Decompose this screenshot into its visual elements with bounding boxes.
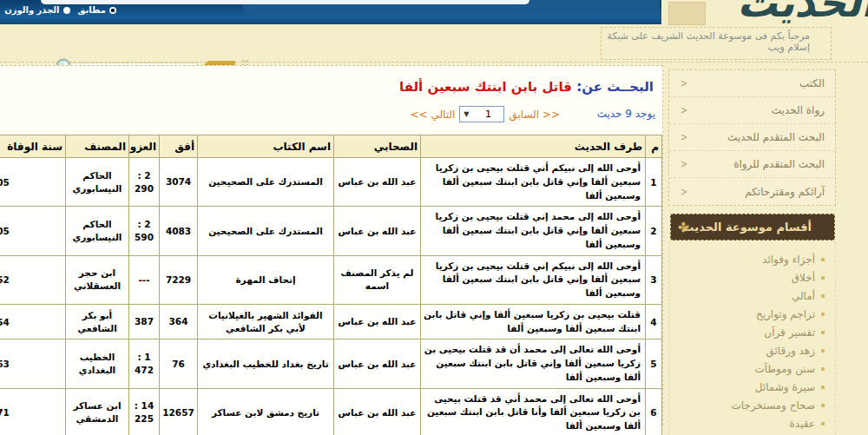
category-label: تراجم وتواريخ <box>756 308 815 320</box>
page-select[interactable]: 1 ▼ <box>459 106 504 122</box>
bullet-icon <box>821 422 825 425</box>
bullet-icon <box>821 258 825 261</box>
chevron-left-icon: < <box>681 77 687 89</box>
welcome-text: مرحباً بكم فى موسوعة الحديث الشريف على ش… <box>602 30 810 53</box>
radio-icon[interactable] <box>63 7 70 14</box>
cell-death-year: 354 <box>0 304 66 339</box>
category-label: أمالي <box>792 290 815 302</box>
cell-ofoq: 7229 <box>160 255 198 304</box>
sidebar-item-label: آرائكم ومقترحاتكم <box>745 186 825 198</box>
bullet-icon <box>821 349 825 353</box>
cell-hadith-text[interactable]: أوحى الله إلى نبيكم إني قتلت بيحيى بن زك… <box>421 255 646 304</box>
category-item-sira[interactable]: سيرة وشمائل <box>669 378 835 396</box>
search-for-label: البحــث عن: <box>576 79 654 95</box>
sidebar-item-narrators[interactable]: رواة الحديث < <box>669 97 835 124</box>
cell-hadith-text[interactable]: أوحى الله تعالى إلى محمد أني قد قتلت بيح… <box>421 388 646 435</box>
cell-ofoq: 4083 <box>160 207 198 255</box>
cell-author: الخطيب البغدادي <box>66 339 129 388</box>
table-row: 2 أوحى الله إلى محمد إني قتلت بيحيى بن ز… <box>0 207 662 255</box>
cell-author: الحاكم النيسابوري <box>66 158 129 207</box>
sidebar-item-advanced-narrator-search[interactable]: البحث المتقدم للرواة < <box>669 151 835 178</box>
cell-death-year: 463 <box>0 339 66 388</box>
pagination: << السابق 1 ▼ التالي >> <box>411 106 560 122</box>
category-item-ajza[interactable]: أجزاء وفوائد <box>669 250 835 268</box>
cell-author: ابن عساكر الدمشقي <box>66 388 129 435</box>
sidebar-item-advanced-hadith-search[interactable]: البحث المتقدم للحديث < <box>669 124 835 151</box>
sections-header-title: أقسام موسوعة الحديث <box>683 221 812 234</box>
category-label: عقيدة <box>790 418 815 430</box>
category-item-aqida[interactable]: عقيدة <box>669 414 835 432</box>
chevron-left-icon: < <box>681 131 687 143</box>
page-select-value: 1 <box>472 109 503 120</box>
cell-hadith-text[interactable]: أوحى الله إلى محمد إني قتلت بيحيى بن زكر… <box>421 207 646 255</box>
sidebar-item-label: البحث المتقدم للحديث <box>727 131 825 143</box>
next-page-link[interactable]: التالي >> <box>411 109 456 121</box>
category-item-tarajim[interactable]: تراجم وتواريخ <box>669 305 835 323</box>
col-header-hadith: طرف الحديث <box>421 135 646 158</box>
bullet-icon <box>821 276 825 280</box>
option-root-weight-label: الجذر والوزن <box>4 5 59 15</box>
sections-header: أقسام موسوعة الحديث ✤ <box>670 214 835 241</box>
col-header-companion: الصحابي <box>334 135 421 158</box>
cell-attribution: 1 :472 <box>129 339 160 388</box>
category-item-sunan[interactable]: سنن وموطآت <box>669 359 835 378</box>
cell-hadith-text[interactable]: أوحى الله إلى نبيكم أني قتلت بيحيى بن زك… <box>421 158 646 207</box>
cell-book-name: تاريخ بغداد للخطيب البغدادي <box>198 339 334 388</box>
cell-companion: عبد الله بن عباس <box>334 388 421 435</box>
table-header-row: م طرف الحديث الصحابي اسم الكتاب أفق العز… <box>0 135 662 158</box>
category-item-zuhd[interactable]: زهد ورقائق <box>669 341 835 359</box>
dropdown-arrow-icon: ▼ <box>460 110 472 118</box>
cell-book-name: إتحاف المهرة <box>198 255 334 304</box>
bullet-icon <box>821 386 825 389</box>
cell-attribution: --- <box>129 255 160 304</box>
sidebar-item-books[interactable]: الكتب < <box>669 70 835 97</box>
cell-ofoq: 3074 <box>160 158 198 207</box>
cell-row-number: 1 <box>646 158 662 207</box>
bullet-icon <box>821 313 825 316</box>
site-logo[interactable]: الحديث <box>806 0 868 26</box>
bullet-icon <box>821 404 825 407</box>
option-exact[interactable]: مطابق <box>78 5 116 15</box>
cell-author: الحاكم النيسابوري <box>66 207 129 255</box>
category-item-tafsir[interactable]: تفسير قرآن <box>669 323 835 341</box>
col-header-ofoq: أفق <box>160 135 198 158</box>
category-item-akhlaq[interactable]: أخلاق <box>669 268 835 287</box>
category-label: أجزاء وفوائد <box>762 254 815 266</box>
category-list: أجزاء وفوائد أخلاق أمالي تراجم وتواريخ ت… <box>668 242 836 435</box>
chevron-left-icon: < <box>681 186 687 198</box>
option-root-weight[interactable]: الجذر والوزن <box>4 5 69 15</box>
ornament-icon: ✤ <box>678 220 689 235</box>
sidebar-item-feedback[interactable]: آرائكم ومقترحاتكم < <box>669 178 835 205</box>
table-row: 6 أوحى الله تعالى إلى محمد أني قد قتلت ب… <box>0 388 662 435</box>
cell-row-number: 3 <box>646 255 662 304</box>
cell-row-number: 4 <box>646 304 662 339</box>
cell-hadith-text[interactable]: قتلت بيحيى بن زكريا سبعين ألفا وإني قاتل… <box>421 304 646 339</box>
bullet-icon <box>821 331 825 334</box>
prev-page-link[interactable]: << السابق <box>509 109 560 121</box>
cell-companion: لم يذكر المصنف اسمه <box>334 255 421 304</box>
results-table: م طرف الحديث الصحابي اسم الكتاب أفق العز… <box>0 135 662 435</box>
table-row: 4 قتلت بيحيى بن زكريا سبعين ألفا وإني قا… <box>0 304 662 339</box>
cell-row-number: 6 <box>646 388 662 435</box>
result-count: يوجد 9 حديث <box>597 108 655 120</box>
cell-death-year: 405 <box>0 207 66 255</box>
cell-row-number: 5 <box>646 339 662 388</box>
radio-selected-icon[interactable] <box>109 7 116 14</box>
col-header-author: المصنف <box>66 135 129 158</box>
cell-death-year: 571 <box>0 388 66 435</box>
cell-companion: عبد الله بن عباس <box>334 339 421 388</box>
cell-row-number: 2 <box>646 207 662 255</box>
top-toolbar: مطابق الجذر والوزن اللواصق <box>0 0 661 24</box>
category-item-sihah[interactable]: صحاح ومستخرجات <box>669 396 835 414</box>
table-row: 1 أوحى الله إلى نبيكم أني قتلت بيحيى بن … <box>0 158 662 207</box>
bullet-icon <box>821 294 825 298</box>
cell-book-name: المستدرك على الصحيحين <box>198 207 334 255</box>
cell-attribution: 2 :290 <box>129 158 160 207</box>
top-white-strip <box>41 0 529 4</box>
welcome-banner: مرحباً بكم فى موسوعة الحديث الشريف على ش… <box>601 27 832 60</box>
cell-death-year: 852 <box>0 255 66 304</box>
cell-book-name: الفوائد الشهير بالغيلانيات لأبي بكر الشا… <box>198 304 334 339</box>
cell-book-name: المستدرك على الصحيحين <box>198 158 334 207</box>
category-item-amali[interactable]: أمالي <box>669 287 835 305</box>
cell-hadith-text[interactable]: أوحى الله تعالى إلى محمد أن قد قتلت بيحي… <box>421 339 646 388</box>
